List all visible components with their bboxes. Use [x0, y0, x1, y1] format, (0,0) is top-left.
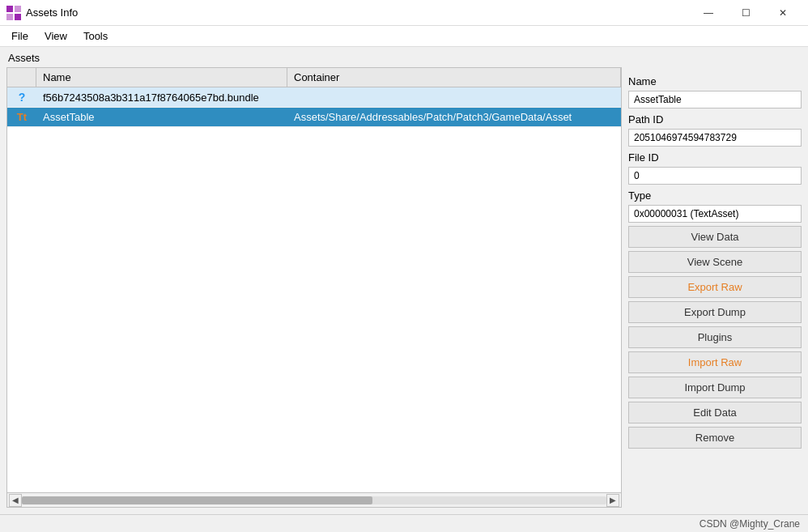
menu-tools[interactable]: Tools [75, 28, 116, 44]
name-label: Name [628, 75, 802, 87]
view-scene-button[interactable]: View Scene [628, 251, 802, 273]
window-title: Assets Info [26, 6, 78, 19]
table-header: Name Container [7, 68, 621, 87]
scroll-left-arrow[interactable]: ◀ [9, 494, 22, 507]
svg-rect-2 [6, 14, 13, 20]
type-label: Type [628, 189, 802, 202]
footer-text: CSDN @Mighty_Crane [700, 518, 800, 530]
col-header-container: Container [287, 68, 621, 87]
scroll-right-arrow[interactable]: ▶ [606, 494, 619, 507]
table-row[interactable]: ? f56b7243508a3b311a17f8764065e7bd.bundl… [7, 87, 621, 108]
fileid-label: File ID [628, 151, 802, 164]
svg-rect-1 [15, 6, 21, 12]
title-bar-left: Assets Info [6, 6, 78, 20]
import-raw-button[interactable]: Import Raw [628, 351, 802, 373]
col-header-icon [7, 68, 36, 87]
title-bar-controls: — ☐ ✕ [690, 0, 802, 26]
import-dump-button[interactable]: Import Dump [628, 377, 802, 398]
edit-data-button[interactable]: Edit Data [628, 402, 802, 423]
main-content: Assets Name Container ? f56b7243508a3b31… [0, 47, 808, 514]
close-button[interactable]: ✕ [764, 0, 802, 26]
app-icon [6, 6, 21, 20]
pathid-input[interactable] [628, 129, 802, 147]
fileid-input[interactable] [628, 167, 802, 185]
right-panel: Name Path ID File ID Type View Data View… [622, 67, 808, 514]
horizontal-scrollbar[interactable]: ◀ ▶ [7, 492, 621, 507]
menu-bar: File View Tools [0, 26, 808, 47]
footer: CSDN @Mighty_Crane [0, 514, 808, 532]
type-input[interactable] [628, 205, 802, 223]
title-bar: Assets Info — ☐ ✕ [0, 0, 808, 26]
svg-rect-3 [15, 14, 21, 20]
menu-view[interactable]: View [36, 28, 75, 44]
row-container: Assets/Share/Addressables/Patch/Patch3/G… [287, 108, 621, 126]
export-raw-button[interactable]: Export Raw [628, 276, 802, 298]
row-name: f56b7243508a3b311a17f8764065e7bd.bundle [36, 88, 287, 107]
remove-button[interactable]: Remove [628, 427, 802, 449]
scrollbar-track[interactable] [22, 496, 606, 504]
row-container [287, 94, 621, 100]
name-input[interactable] [628, 91, 802, 109]
row-icon: ? [7, 87, 36, 107]
menu-file[interactable]: File [3, 28, 36, 44]
row-icon: Tt [7, 108, 36, 126]
tt-icon: Tt [17, 111, 27, 123]
maximize-button[interactable]: ☐ [727, 0, 764, 26]
table-row[interactable]: Tt AssetTable Assets/Share/Addressables/… [7, 108, 621, 127]
view-data-button[interactable]: View Data [628, 226, 802, 248]
pathid-label: Path ID [628, 113, 802, 126]
minimize-button[interactable]: — [690, 0, 727, 26]
svg-rect-0 [6, 6, 13, 12]
content-split: Name Container ? f56b7243508a3b311a17f87… [0, 67, 808, 514]
assets-label: Assets [0, 47, 808, 67]
col-header-name: Name [36, 68, 287, 87]
plugins-button[interactable]: Plugins [628, 326, 802, 348]
row-name: AssetTable [36, 108, 287, 126]
scrollbar-thumb[interactable] [22, 496, 372, 504]
table-body: ? f56b7243508a3b311a17f8764065e7bd.bundl… [7, 87, 621, 492]
question-icon: ? [19, 91, 26, 104]
export-dump-button[interactable]: Export Dump [628, 301, 802, 323]
assets-table-panel: Name Container ? f56b7243508a3b311a17f87… [6, 67, 622, 508]
